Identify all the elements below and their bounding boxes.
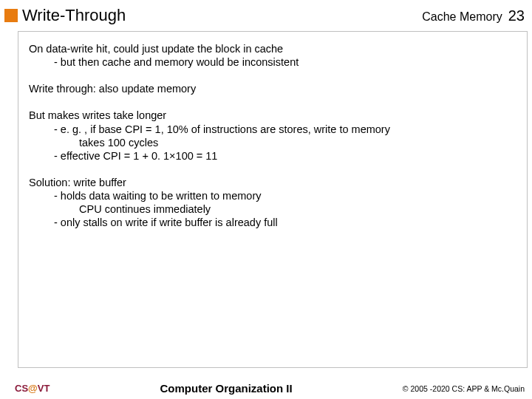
footer-course: Computer Organization II (50, 382, 402, 395)
slide-header: Write-Through Cache Memory 23 (0, 0, 532, 30)
paragraph: On data-write hit, could just update the… (29, 42, 514, 69)
bullet-line: - holds data waiting to be written to me… (29, 189, 514, 202)
slide-number: 23 (508, 7, 525, 24)
footer-logo: CS@VT (15, 383, 50, 394)
footer-vt: VT (38, 383, 50, 394)
bullet-continuation: takes 100 cycles (29, 136, 514, 149)
bullet-line: - only stalls on write if write buffer i… (29, 216, 514, 229)
header-right: Cache Memory 23 (422, 7, 525, 24)
text-line: But makes writes take longer (29, 109, 514, 122)
paragraph: But makes writes take longer - e. g. , i… (29, 109, 514, 163)
slide-body: On data-write hit, could just update the… (18, 31, 528, 368)
bullet-continuation: CPU continues immediately (29, 202, 514, 216)
paragraph: Write through: also update memory (29, 82, 514, 95)
header-left: Write-Through (4, 6, 126, 25)
footer-copyright: © 2005 -2020 CS: APP & Mc.Quain (403, 384, 525, 393)
slide-title: Write-Through (22, 6, 126, 25)
bullet-line: - e. g. , if base CPI = 1, 10% of instru… (29, 123, 514, 136)
paragraph: Solution: write buffer - holds data wait… (29, 176, 514, 230)
text-line: Solution: write buffer (29, 176, 514, 189)
slide-topic: Cache Memory (422, 10, 502, 24)
accent-square-icon (4, 9, 18, 22)
text-line: On data-write hit, could just update the… (29, 42, 514, 55)
footer-cs: CS (15, 383, 28, 394)
bullet-line: - but then cache and memory would be inc… (29, 55, 514, 69)
text-line: Write through: also update memory (29, 82, 514, 95)
slide-footer: CS@VT Computer Organization II © 2005 -2… (0, 382, 532, 395)
bullet-line: - effective CPI = 1 + 0. 1×100 = 11 (29, 149, 514, 163)
footer-at: @ (28, 383, 38, 394)
